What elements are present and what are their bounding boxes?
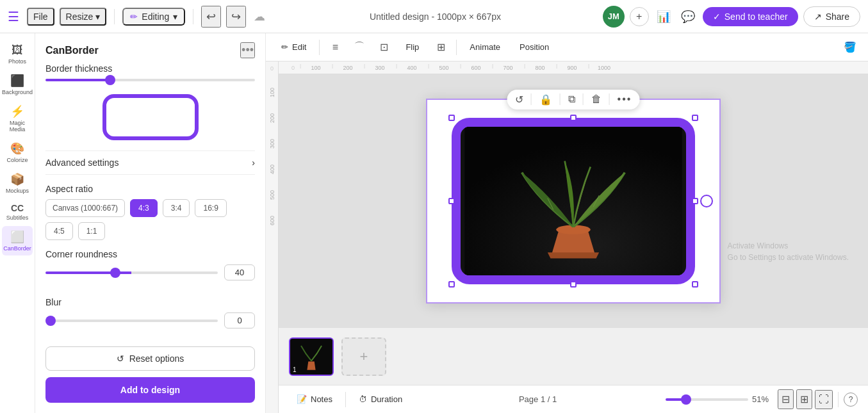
- bb-sep-2: [838, 392, 839, 407]
- edit-button[interactable]: ✏ Edit: [274, 39, 314, 55]
- file-button[interactable]: File: [27, 8, 54, 26]
- selection-handle-mr[interactable]: [692, 198, 698, 204]
- avatar[interactable]: JM: [603, 6, 625, 28]
- editing-button[interactable]: ✏ Editing ▾: [122, 8, 185, 26]
- sidebar-item-photos[interactable]: 🖼 Photos: [2, 40, 33, 69]
- thumbnail-1[interactable]: 1: [289, 337, 334, 376]
- aspect-3-4-button[interactable]: 3:4: [163, 199, 190, 217]
- ruler-top-500: 500: [428, 65, 460, 71]
- background-icon: ⬛: [10, 74, 24, 88]
- copy-toolbar-icon[interactable]: ⧉: [568, 93, 575, 105]
- ruler-top-600: 600: [460, 65, 492, 71]
- menu-icon[interactable]: ☰: [8, 9, 19, 24]
- undo-button[interactable]: ↩: [201, 6, 221, 28]
- rotate-toolbar-icon[interactable]: ↺: [515, 93, 523, 106]
- selected-element-wrapper[interactable]: ↺ 🔒 ⧉ 🗑 •••: [452, 118, 695, 284]
- lines-format-button[interactable]: ≡: [325, 37, 345, 58]
- corner-roundness-value[interactable]: [224, 264, 255, 280]
- svg-marker-3: [548, 252, 599, 258]
- resize-chevron-icon: ▾: [95, 12, 100, 22]
- animate-button[interactable]: Animate: [462, 39, 508, 55]
- aspect-4-3-button[interactable]: 4:3: [130, 199, 158, 217]
- selection-handle-br[interactable]: [692, 281, 698, 287]
- corner-roundness-label: Corner roundness: [45, 249, 255, 259]
- view-fullscreen-button[interactable]: ⛶: [815, 390, 833, 409]
- share-button[interactable]: ↗ Share: [803, 6, 860, 27]
- transparency-button[interactable]: ⊞: [430, 37, 451, 58]
- document-title: Untitled design - 1000px × 667px: [273, 12, 598, 22]
- add-page-button[interactable]: +: [341, 337, 386, 376]
- svg-marker-8: [307, 361, 315, 369]
- aspect-ratio-section: Aspect ratio Canvas (1000:667) 4:3 3:4 1…: [45, 184, 255, 240]
- resize-button[interactable]: Resize ▾: [60, 8, 107, 26]
- advanced-settings-label: Advanced settings: [45, 158, 119, 168]
- crop-button[interactable]: ⊡: [373, 37, 394, 58]
- sidebar-item-magic[interactable]: ⚡ Magic Media: [2, 101, 33, 136]
- paint-button[interactable]: 🪣: [840, 37, 860, 58]
- view-grid-button[interactable]: ⊞: [796, 389, 812, 409]
- canvas-frame: ↺ 🔒 ⧉ 🗑 •••: [426, 99, 721, 304]
- more-toolbar-icon[interactable]: •••: [618, 93, 632, 105]
- blur-slider[interactable]: [45, 320, 218, 322]
- ruler-left-600: 600: [269, 200, 275, 225]
- corner-roundness-section: Corner roundness: [45, 249, 255, 288]
- corner-roundness-slider[interactable]: [45, 271, 218, 274]
- selection-handle-tl[interactable]: [448, 115, 455, 121]
- border-thickness-slider-row: [45, 79, 255, 81]
- border-thickness-section: Border thickness: [45, 63, 255, 89]
- rotate-handle[interactable]: [700, 195, 713, 207]
- notes-button[interactable]: 📝 Notes: [289, 391, 340, 407]
- add-collaborator-button[interactable]: +: [630, 7, 649, 26]
- sidebar-item-background[interactable]: ⬛ Background: [2, 70, 33, 99]
- advanced-settings-button[interactable]: Advanced settings ›: [45, 150, 255, 175]
- sidebar-item-mockups[interactable]: 📦 Mockups: [2, 168, 33, 198]
- blur-value[interactable]: [224, 312, 255, 328]
- photos-icon: 🖼: [12, 44, 23, 57]
- comment-icon[interactable]: 💬: [678, 7, 698, 26]
- canvas-aspect-button[interactable]: Canvas (1000:667): [45, 199, 125, 217]
- redo-button[interactable]: ↪: [226, 6, 246, 28]
- curve-button[interactable]: ⌒: [349, 37, 370, 58]
- mockups-icon: 📦: [10, 172, 24, 186]
- canvas-content[interactable]: ↺ 🔒 ⧉ 🗑 •••: [279, 74, 868, 327]
- help-button[interactable]: ?: [844, 393, 858, 407]
- topbar-divider-1: [114, 9, 115, 24]
- lock-toolbar-icon[interactable]: 🔒: [539, 93, 552, 106]
- canborder-label: CanBorder: [3, 245, 31, 252]
- selection-handle-bm[interactable]: [570, 281, 577, 287]
- reset-label: Reset options: [129, 353, 184, 364]
- delete-toolbar-icon[interactable]: 🗑: [591, 93, 602, 105]
- flip-button[interactable]: Flip: [398, 39, 427, 55]
- aspect-1-1-button[interactable]: 1:1: [78, 222, 106, 240]
- panel-more-button[interactable]: •••: [240, 42, 255, 58]
- ruler-left-300: 300: [269, 123, 275, 149]
- add-to-design-button[interactable]: Add to design: [45, 377, 255, 403]
- ruler-top-700: 700: [492, 65, 524, 71]
- sidebar-item-canborder[interactable]: ⬜ CanBorder: [2, 226, 33, 255]
- magic-label: Magic Media: [4, 120, 30, 133]
- view-single-button[interactable]: ⊟: [778, 389, 794, 409]
- selection-handle-tr[interactable]: [692, 115, 698, 121]
- watermark-line1: Activate Windows: [728, 240, 849, 252]
- edit-toolbar: ✏ Edit ≡ ⌒ ⊡ Flip ⊞ Animate Position 🪣: [266, 33, 868, 61]
- border-thickness-label: Border thickness: [45, 63, 255, 74]
- selection-handle-tm[interactable]: [570, 115, 577, 121]
- border-thickness-slider[interactable]: [45, 79, 255, 81]
- aspect-4-5-button[interactable]: 4:5: [45, 222, 73, 240]
- canvas-area: ✏ Edit ≡ ⌒ ⊡ Flip ⊞ Animate Position 🪣: [266, 33, 868, 413]
- reset-options-button[interactable]: ↺ Reset options: [45, 346, 255, 371]
- corner-roundness-slider-row: [45, 264, 255, 280]
- share-icon: ↗: [814, 12, 822, 22]
- duration-button[interactable]: ⏱ Duration: [351, 391, 410, 407]
- send-to-teacher-button[interactable]: ✓ Send to teacher: [703, 7, 798, 26]
- selection-handle-ml[interactable]: [448, 198, 455, 204]
- aspect-16-9-button[interactable]: 16:9: [195, 199, 226, 217]
- cloud-icon: ☁: [254, 10, 265, 24]
- position-button[interactable]: Position: [512, 39, 557, 55]
- analytics-icon[interactable]: 📊: [654, 7, 673, 26]
- selection-handle-bl[interactable]: [448, 281, 455, 287]
- sidebar-item-subtitles[interactable]: CC Subtitles: [2, 199, 33, 225]
- sidebar-item-colorize[interactable]: 🎨 Colorize: [2, 138, 33, 167]
- bottom-bar: 📝 Notes ⏱ Duration Page 1 / 1 51%: [279, 385, 868, 413]
- zoom-slider[interactable]: [666, 398, 748, 401]
